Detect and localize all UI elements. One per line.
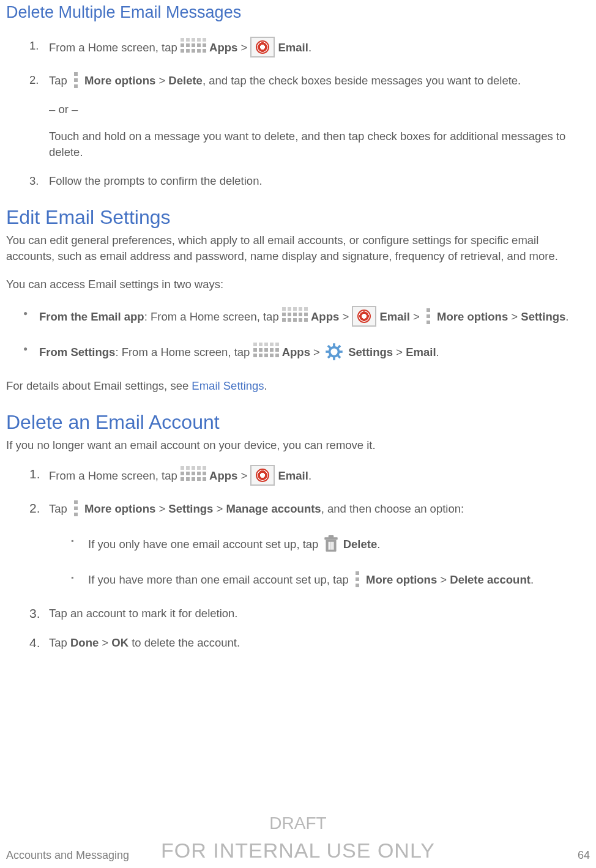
step-4: 4. Tap Done > OK to delete the account. — [29, 635, 590, 651]
period: . — [436, 346, 439, 358]
delete-account-label: Delete account — [450, 573, 531, 586]
email-label: Email — [406, 346, 436, 358]
separator: > — [313, 346, 323, 358]
delete-account-intro: If you no longer want an email account o… — [6, 437, 590, 453]
option-more-than-one: If you have more than one email account … — [71, 571, 590, 590]
more-options-label: More options — [437, 310, 508, 323]
edit-access-list: From the Email app: From a Home screen, … — [6, 307, 590, 363]
steps-delete-multiple: 1. From a Home screen, tap Apps > Email.… — [6, 38, 590, 190]
separator: > — [342, 310, 352, 323]
text: If you have more than one email account … — [88, 573, 352, 586]
more-options-icon — [352, 570, 363, 588]
settings-icon — [323, 341, 345, 362]
edit-access-intro: You can access Email settings in two way… — [6, 276, 590, 292]
svg-line-7 — [328, 355, 330, 358]
from-settings-label: From Settings — [39, 346, 115, 358]
text: Tap an account to mark it for deletion. — [49, 607, 238, 620]
email-label: Email — [278, 469, 308, 482]
step-number: 1. — [29, 465, 40, 483]
text: Follow the prompts to confirm the deleti… — [49, 174, 263, 187]
email-icon — [250, 37, 275, 57]
svg-line-8 — [338, 346, 340, 348]
text: : From a Home screen, tap — [144, 310, 282, 323]
ok-label: OK — [111, 636, 129, 649]
heading-delete-multiple: Delete Multiple Email Messages — [6, 1, 590, 24]
step-number: 2. — [29, 72, 39, 88]
email-settings-link[interactable]: Email Settings — [192, 379, 264, 392]
step-1: 1. From a Home screen, tap Apps > Email. — [29, 466, 590, 487]
separator: > — [158, 74, 168, 87]
separator: > — [413, 310, 423, 323]
heading-delete-account: Delete an Email Account — [6, 409, 590, 436]
apps-label: Apps — [311, 310, 339, 323]
more-options-icon — [70, 71, 81, 89]
apps-icon — [181, 38, 206, 56]
period: . — [308, 41, 311, 54]
step-2: 2. Tap More options > Delete, and tap th… — [29, 72, 590, 160]
delete-label: Delete — [343, 538, 378, 551]
separator: > — [511, 310, 521, 323]
text: , and tap the check boxes beside message… — [203, 74, 521, 87]
edit-intro-text: You can edit general preferences, which … — [6, 232, 590, 264]
delete-label: Delete — [168, 74, 203, 87]
heading-edit-settings: Edit Email Settings — [6, 204, 590, 231]
settings-label: Settings — [521, 310, 565, 323]
text: : From a Home screen, tap — [115, 346, 253, 358]
trash-icon — [322, 533, 340, 554]
svg-point-0 — [330, 347, 339, 356]
watermark-line1: DRAFT — [0, 811, 596, 835]
email-icon — [352, 306, 376, 327]
text: Tap — [49, 636, 70, 649]
step-number: 3. — [29, 173, 39, 189]
alt-instruction: Touch and hold on a message you want to … — [49, 128, 590, 160]
period: . — [377, 538, 380, 551]
step-number: 2. — [29, 499, 40, 517]
more-options-label: More options — [84, 502, 155, 515]
email-label: Email — [278, 41, 308, 54]
text: Tap — [49, 502, 70, 515]
svg-line-5 — [328, 346, 330, 348]
step-2: 2. Tap More options > Settings > Manage … — [29, 500, 590, 590]
step-number: 1. — [29, 38, 39, 54]
details-line: For details about Email settings, see Em… — [6, 378, 590, 394]
or-separator: – or – — [49, 102, 590, 117]
text: to delete the account. — [129, 636, 240, 649]
step-number: 4. — [29, 634, 40, 651]
from-email-app-label: From the Email app — [39, 310, 144, 323]
svg-rect-14 — [332, 542, 333, 550]
text: From a Home screen, tap — [49, 469, 181, 482]
separator: > — [240, 41, 250, 54]
manage-accounts-label: Manage accounts — [226, 502, 321, 515]
separator: > — [216, 502, 226, 515]
option-only-one: If you only have one email account set u… — [71, 535, 590, 555]
bullet-from-settings: From Settings: From a Home screen, tap A… — [23, 343, 590, 363]
text: Tap — [49, 74, 70, 87]
period: . — [264, 379, 267, 392]
apps-icon — [282, 307, 308, 325]
step-number: 3. — [29, 604, 40, 622]
separator: > — [240, 469, 250, 482]
separator: > — [102, 636, 111, 649]
separator: > — [440, 573, 450, 586]
delete-options: If you only have one email account set u… — [49, 535, 590, 590]
apps-icon — [253, 343, 279, 361]
period: . — [565, 310, 568, 323]
text: For details about Email settings, see — [6, 379, 192, 392]
separator: > — [396, 346, 406, 358]
step-3: 3. Follow the prompts to confirm the del… — [29, 173, 590, 189]
apps-label: Apps — [209, 41, 237, 54]
text: From a Home screen, tap — [49, 41, 181, 54]
apps-icon — [181, 466, 206, 484]
more-options-label: More options — [366, 573, 437, 586]
more-options-label: More options — [84, 74, 155, 87]
separator: > — [158, 502, 168, 515]
email-icon — [250, 465, 275, 486]
apps-label: Apps — [209, 469, 237, 482]
svg-rect-11 — [328, 535, 333, 538]
more-options-icon — [423, 307, 434, 325]
footer-section-title: Accounts and Messaging — [6, 848, 129, 863]
apps-label: Apps — [282, 346, 310, 358]
svg-line-6 — [338, 355, 340, 358]
bullet-from-email-app: From the Email app: From a Home screen, … — [23, 307, 590, 328]
step-1: 1. From a Home screen, tap Apps > Email. — [29, 38, 590, 59]
